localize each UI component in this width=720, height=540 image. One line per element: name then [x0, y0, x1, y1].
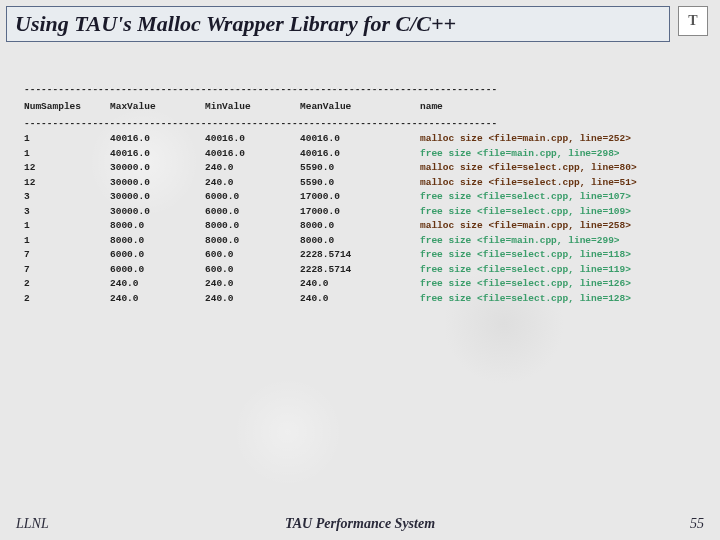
cell-maxvalue: 8000.0 — [110, 235, 205, 246]
cell-maxvalue: 30000.0 — [110, 191, 205, 202]
footer: LLNL TAU Performance System 55 — [0, 516, 720, 532]
col-header-numsamples: NumSamples — [24, 101, 110, 112]
cell-meanvalue: 240.0 — [300, 293, 420, 304]
cell-numsamples: 1 — [24, 235, 110, 246]
table-row: 330000.06000.017000.0free size <file=sel… — [24, 206, 696, 217]
cell-minvalue: 6000.0 — [205, 206, 300, 217]
table-row: 76000.0600.02228.5714free size <file=sel… — [24, 264, 696, 275]
cell-maxvalue: 30000.0 — [110, 206, 205, 217]
cell-maxvalue: 240.0 — [110, 278, 205, 289]
table-row: 18000.08000.08000.0malloc size <file=mai… — [24, 220, 696, 231]
cell-minvalue: 240.0 — [205, 293, 300, 304]
table-row: 76000.0600.02228.5714free size <file=sel… — [24, 249, 696, 260]
tau-logo: T — [678, 6, 708, 36]
divider-top: ----------------------------------------… — [24, 84, 696, 95]
page-title: Using TAU's Malloc Wrapper Library for C… — [15, 11, 456, 37]
cell-maxvalue: 6000.0 — [110, 264, 205, 275]
cell-numsamples: 2 — [24, 293, 110, 304]
cell-meanvalue: 17000.0 — [300, 191, 420, 202]
col-header-minvalue: MinValue — [205, 101, 300, 112]
cell-minvalue: 240.0 — [205, 162, 300, 173]
cell-maxvalue: 240.0 — [110, 293, 205, 304]
cell-numsamples: 7 — [24, 264, 110, 275]
cell-maxvalue: 6000.0 — [110, 249, 205, 260]
cell-minvalue: 600.0 — [205, 249, 300, 260]
table-body: 140016.040016.040016.0malloc size <file=… — [24, 133, 696, 304]
cell-numsamples: 3 — [24, 191, 110, 202]
cell-name: free size <file=select.cpp, line=118> — [420, 249, 696, 260]
cell-maxvalue: 40016.0 — [110, 148, 205, 159]
cell-numsamples: 12 — [24, 177, 110, 188]
footer-left: LLNL — [16, 516, 49, 532]
cell-meanvalue: 2228.5714 — [300, 249, 420, 260]
cell-minvalue: 600.0 — [205, 264, 300, 275]
table-row: 2240.0240.0240.0free size <file=select.c… — [24, 293, 696, 304]
cell-minvalue: 8000.0 — [205, 220, 300, 231]
cell-meanvalue: 5590.0 — [300, 177, 420, 188]
footer-center: TAU Performance System — [285, 516, 435, 532]
cell-name: malloc size <file=select.cpp, line=80> — [420, 162, 696, 173]
table-row: 2240.0240.0240.0free size <file=select.c… — [24, 278, 696, 289]
data-table: ----------------------------------------… — [24, 80, 696, 307]
cell-name: free size <file=select.cpp, line=109> — [420, 206, 696, 217]
cell-maxvalue: 30000.0 — [110, 177, 205, 188]
cell-name: malloc size <file=main.cpp, line=258> — [420, 220, 696, 231]
cell-name: malloc size <file=main.cpp, line=252> — [420, 133, 696, 144]
table-row: 1230000.0240.05590.0malloc size <file=se… — [24, 162, 696, 173]
table-row: 1230000.0240.05590.0malloc size <file=se… — [24, 177, 696, 188]
cell-meanvalue: 8000.0 — [300, 220, 420, 231]
cell-minvalue: 6000.0 — [205, 191, 300, 202]
cell-maxvalue: 40016.0 — [110, 133, 205, 144]
col-header-meanvalue: MeanValue — [300, 101, 420, 112]
cell-name: free size <file=main.cpp, line=298> — [420, 148, 696, 159]
divider-mid: ----------------------------------------… — [24, 118, 696, 129]
footer-right: 55 — [690, 516, 704, 532]
cell-name: free size <file=select.cpp, line=126> — [420, 278, 696, 289]
col-header-name: name — [420, 101, 696, 112]
table-row: 330000.06000.017000.0free size <file=sel… — [24, 191, 696, 202]
cell-meanvalue: 40016.0 — [300, 148, 420, 159]
cell-meanvalue: 240.0 — [300, 278, 420, 289]
cell-numsamples: 7 — [24, 249, 110, 260]
cell-meanvalue: 40016.0 — [300, 133, 420, 144]
cell-name: free size <file=select.cpp, line=119> — [420, 264, 696, 275]
cell-minvalue: 240.0 — [205, 278, 300, 289]
title-bar: Using TAU's Malloc Wrapper Library for C… — [6, 6, 670, 42]
cell-meanvalue: 2228.5714 — [300, 264, 420, 275]
cell-name: free size <file=select.cpp, line=107> — [420, 191, 696, 202]
cell-numsamples: 1 — [24, 220, 110, 231]
cell-name: free size <file=select.cpp, line=128> — [420, 293, 696, 304]
cell-meanvalue: 8000.0 — [300, 235, 420, 246]
cell-numsamples: 1 — [24, 133, 110, 144]
cell-numsamples: 2 — [24, 278, 110, 289]
cell-minvalue: 8000.0 — [205, 235, 300, 246]
cell-name: free size <file=main.cpp, line=299> — [420, 235, 696, 246]
cell-name: malloc size <file=select.cpp, line=51> — [420, 177, 696, 188]
table-row: 18000.08000.08000.0free size <file=main.… — [24, 235, 696, 246]
cell-maxvalue: 8000.0 — [110, 220, 205, 231]
cell-maxvalue: 30000.0 — [110, 162, 205, 173]
cell-meanvalue: 5590.0 — [300, 162, 420, 173]
cell-numsamples: 3 — [24, 206, 110, 217]
col-header-maxvalue: MaxValue — [110, 101, 205, 112]
cell-meanvalue: 17000.0 — [300, 206, 420, 217]
tau-logo-letter: T — [688, 13, 697, 29]
cell-minvalue: 40016.0 — [205, 148, 300, 159]
cell-numsamples: 1 — [24, 148, 110, 159]
table-header: NumSamples MaxValue MinValue MeanValue n… — [24, 101, 696, 112]
cell-numsamples: 12 — [24, 162, 110, 173]
table-row: 140016.040016.040016.0malloc size <file=… — [24, 133, 696, 144]
cell-minvalue: 40016.0 — [205, 133, 300, 144]
table-row: 140016.040016.040016.0free size <file=ma… — [24, 148, 696, 159]
cell-minvalue: 240.0 — [205, 177, 300, 188]
